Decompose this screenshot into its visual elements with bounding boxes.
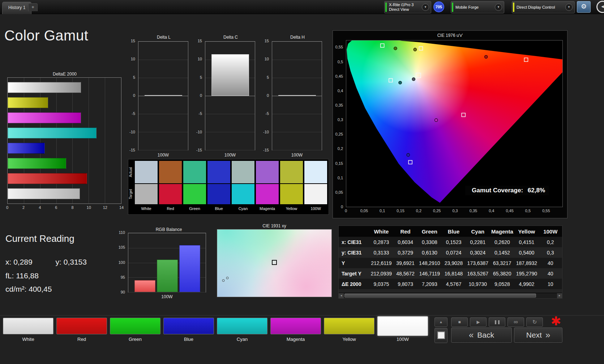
pattern-green-button[interactable] <box>110 318 160 334</box>
table-cell: 40 <box>539 258 562 268</box>
swatch-actual-red <box>159 161 182 183</box>
rgb-y-tick-label: 110 <box>119 230 125 235</box>
gamut-coverage-value: 62,8% <box>528 187 545 194</box>
continuous-read-button[interactable]: ∞ <box>507 317 524 327</box>
panel-toggle-button[interactable]: ◄ <box>596 1 604 13</box>
deltae-bar-white <box>8 82 81 93</box>
delta-y-tick-label: 15 <box>265 39 269 43</box>
table-column-header-100w: 100W <box>539 226 562 237</box>
delta-h-chart: Delta H 151050-5-10-15 100W <box>261 35 323 161</box>
calman-window: History 1 + X-Rite i1Pro 3 Direct View ▼… <box>0 0 604 364</box>
pattern-scroll-up-button[interactable]: ▲ <box>434 317 447 327</box>
chevron-down-icon[interactable]: ▼ <box>565 4 573 11</box>
table-column-header-blue: Blue <box>442 226 466 237</box>
delta-gridline <box>205 42 255 42</box>
rgb-x-label: 100W <box>128 294 206 299</box>
delta-y-tick-label: 10 <box>131 57 135 61</box>
loop-button[interactable]: ↻ <box>526 317 543 327</box>
reading-y-value: y: 0,3153 <box>56 258 87 266</box>
delta-y-tick-label: -10 <box>263 130 269 134</box>
cie-1931-history-dot <box>226 277 229 279</box>
table-horizontal-scrollbar[interactable]: ◂ ▸ <box>339 293 562 298</box>
table-cell: 148,2910 <box>417 258 442 268</box>
delta-y-tick-label: 15 <box>131 39 135 43</box>
rgb-gridline <box>128 233 206 234</box>
scroll-left-button[interactable]: ◂ <box>339 293 344 298</box>
delta-c-chart: Delta C 151050-5-10-15 100W <box>194 35 256 161</box>
swatch-column-label: Magenta <box>256 206 279 211</box>
table-column-header-white: White <box>369 226 393 237</box>
table-cell: 10,9730 <box>466 279 490 289</box>
table-cell: 212,0939 <box>369 268 393 279</box>
delta-gridline <box>272 132 322 132</box>
swatch-target-magenta <box>256 184 279 204</box>
rgb-y-tick-label: 100 <box>119 260 125 265</box>
delta-y-tick-label: -10 <box>196 130 202 134</box>
cie-1976-panel: CIE 1976 u'v' 00,050,10,150,20,250,30,35… <box>333 30 567 218</box>
pattern-label: 100W <box>377 337 428 342</box>
back-button[interactable]: « Back <box>451 327 512 343</box>
pause-button[interactable] <box>489 317 505 327</box>
pattern-label: Yellow <box>324 337 374 342</box>
table-column-header-red: Red <box>394 226 417 237</box>
gamut-coverage-label: Gamut Coverage: <box>472 187 523 194</box>
rgb-balance-title: RGB Balance <box>115 227 210 232</box>
delta-h-plot <box>272 41 322 150</box>
pattern-cyan-button[interactable] <box>217 318 267 334</box>
gear-icon[interactable]: ⚙ <box>577 1 591 13</box>
delta-y-tick-label: -15 <box>263 148 269 152</box>
delta-y-tick-label: 5 <box>133 75 135 80</box>
cie-markers <box>346 40 563 207</box>
pattern-yellow-button[interactable] <box>324 318 374 334</box>
pattern-window-button[interactable] <box>434 328 447 343</box>
table-cell: 0,2873 <box>369 237 393 247</box>
cie-point-blue-measured <box>407 153 410 156</box>
swatch-column-label: Cyan <box>232 206 254 211</box>
deltae-plot <box>7 77 121 204</box>
deltae-bar-cyan <box>8 128 97 138</box>
scrollbar-thumb[interactable] <box>344 294 536 297</box>
reading-x-value: x: 0,289 <box>5 258 33 266</box>
deltae-x-tick-label: 8 <box>72 205 74 210</box>
table-cell: 0,2281 <box>466 237 490 247</box>
pattern-white-button[interactable] <box>3 318 53 334</box>
delta-y-tick-label: -15 <box>196 148 202 152</box>
back-button-label: Back <box>477 331 494 339</box>
pattern-blue-button[interactable] <box>163 318 214 334</box>
deltae-gridline <box>40 78 40 204</box>
cie-x-tick-label: 0,45 <box>506 209 513 213</box>
swatch-column-label: 100W <box>304 206 327 211</box>
pattern-100w-button[interactable] <box>377 316 428 336</box>
measuring-asterisk-icon: ✱ <box>547 314 565 327</box>
chevron-down-icon[interactable]: ▼ <box>495 4 502 11</box>
chevron-down-icon[interactable]: ▼ <box>422 4 429 11</box>
delta-y-tick-label: 5 <box>200 75 202 80</box>
add-tab-button[interactable]: + <box>28 3 38 11</box>
delta-l-x-label: 100W <box>138 153 188 158</box>
swatch-column-label: White <box>135 206 158 211</box>
table-cell: 9,0375 <box>369 279 393 289</box>
table-row: x: CIE310,28730,60340,33080,15230,22810,… <box>339 237 562 247</box>
table-cell: 0,3 <box>539 247 562 258</box>
delta-gridline <box>138 42 188 42</box>
pattern-red-button[interactable] <box>56 318 107 334</box>
source-dropdown[interactable]: Mobile Forge ▼ <box>451 1 504 13</box>
display-control-dropdown[interactable]: Direct Display Control ▼ <box>512 1 575 13</box>
delta-bar <box>278 95 316 96</box>
delta-gridline <box>272 60 322 60</box>
cie-point-magenta-measured <box>435 119 438 121</box>
meter-dropdown[interactable]: X-Rite i1Pro 3 Direct View ▼ <box>384 1 431 13</box>
next-button[interactable]: Next » <box>514 327 562 343</box>
pattern-magenta-button[interactable] <box>270 318 321 334</box>
delta-c-x-label: 100W <box>205 153 255 158</box>
deltae-gridline <box>105 78 105 204</box>
tab-history-1[interactable]: History 1 <box>2 2 31 14</box>
actual-row-label: Actual <box>129 161 134 183</box>
scroll-right-button[interactable]: ▸ <box>557 293 562 298</box>
play-button[interactable]: ▶ <box>470 317 487 327</box>
stop-button[interactable]: ■ <box>451 317 468 327</box>
deltae-bar-100w <box>8 188 80 199</box>
table-cell: 0,6130 <box>417 247 442 258</box>
pattern-label: White <box>3 337 53 342</box>
table-cell: 0,1523 <box>442 237 466 247</box>
